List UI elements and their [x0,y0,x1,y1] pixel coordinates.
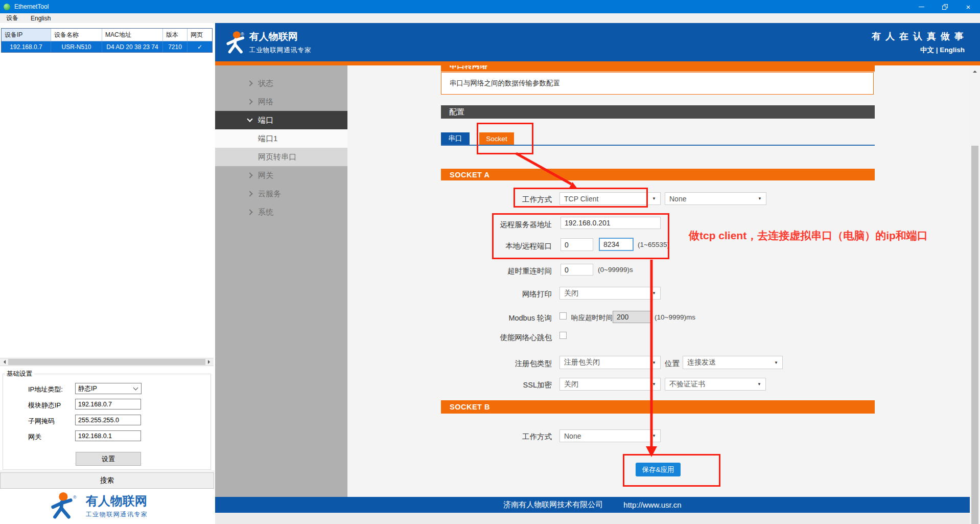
position-label: 位置 [665,359,680,369]
dropdown-arrow-icon: ▼ [757,382,761,386]
col-device-name[interactable]: 设备名称 [51,29,102,41]
heartbeat-label: 使能网络心跳包 [439,333,552,343]
menu-bar: 设备 English [0,13,980,23]
horizontal-scrollbar[interactable] [0,358,214,366]
scroll-left-icon [2,360,6,364]
subnet-mask-field[interactable] [75,415,141,425]
tab-socket[interactable]: Socket [479,132,514,145]
ssl-select[interactable]: 关闭 ▼ [559,378,661,391]
sidebar-item-network[interactable]: 网络 [215,93,347,111]
device-table-header: 设备IP 设备名称 MAC地址 版本 网页 [2,29,212,41]
tab-underline [441,145,875,146]
dropdown-arrow-icon: ▼ [652,360,656,365]
work-mode-b-select[interactable]: None ▼ [559,429,661,442]
sidebar-item-port1[interactable]: 端口1 [215,129,347,148]
chevron-right-icon [247,99,252,104]
language-switch[interactable]: 中文 | English [872,45,965,55]
annotation-text: 做tcp client，去连接虚拟串口（电脑）的ip和端口 [689,229,928,243]
remote-port-field[interactable] [599,238,634,251]
reconnect-label: 超时重连时间 [439,266,552,276]
restore-button[interactable] [933,0,956,13]
footer: 济南有人物联网技术有限公司 http://www.usr.cn [215,497,970,513]
scroll-right-icon [208,360,212,364]
scrollbar-thumb[interactable] [971,146,978,524]
sidebar-item-status[interactable]: 状态 [215,74,347,93]
brand-slogan: 工业物联网通讯专家 [86,510,148,519]
static-ip-field[interactable] [75,399,141,409]
sidebar-item-system[interactable]: 系统 [215,203,347,221]
window-title: EthernetTool [14,3,49,10]
chevron-right-icon [247,80,252,86]
ip-type-label: IP地址类型: [28,385,63,394]
menu-device[interactable]: 设备 [0,13,25,23]
vertical-scrollbar[interactable] [970,65,980,524]
dropdown-arrow-icon: ▼ [652,382,656,386]
col-web[interactable]: 网页 [188,29,212,41]
scroll-up-icon [973,69,977,73]
minimize-icon [919,7,924,7]
modbus-checkbox[interactable] [559,312,567,320]
scroll-right-button[interactable] [205,358,214,366]
ip-type-value: 静态IP [78,384,97,393]
minimize-button[interactable] [909,0,933,13]
orange-strip [215,61,980,65]
scroll-left-button[interactable] [0,358,8,366]
reconnect-hint: (0~99999)s [598,266,633,274]
sidebar-item-web-to-serial[interactable]: 网页转串口 [215,148,347,166]
port-label: 本地/远程端口 [439,241,552,251]
menu-english[interactable]: English [25,13,57,23]
chevron-down-icon [247,116,252,122]
web-link-icon[interactable]: ✓ [188,41,212,52]
ssl-label: SSL加密 [439,380,552,390]
subnet-mask-label: 子网掩码 [28,417,55,426]
tab-serial[interactable]: 串口 [441,132,470,145]
col-version[interactable]: 版本 [163,29,188,41]
ssl-cert-select[interactable]: 不验证证书 ▼ [665,378,766,391]
col-device-ip[interactable]: 设备IP [2,29,51,41]
heartbeat-checkbox[interactable] [559,332,567,339]
sidebar-item-gateway[interactable]: 网关 [215,166,347,185]
position-select[interactable]: 连接发送 ▼ [683,356,783,369]
modbus-timeout-label: 响应超时时间 [571,313,613,323]
section-title-bar: 串口转网络 [441,65,875,72]
chevron-right-icon [247,172,252,178]
registered-mark: ® [241,32,244,37]
web-header: ® 有人物联网 工业物联网通讯专家 有 人 在 认 真 做 事 中文 | Eng… [215,23,980,61]
brand-name: 有人物联网 [86,493,148,509]
scrollbar-thumb[interactable] [8,359,205,365]
modbus-hint: (10~9999)ms [655,313,695,321]
net-print-label: 网络打印 [439,289,552,299]
sidebar-item-cloud[interactable]: 云服务 [215,185,347,203]
dropdown-arrow-icon: ▼ [652,434,656,438]
modbus-label: Modbus 轮询 [439,313,552,323]
remote-server-field[interactable] [561,217,661,229]
ip-type-select[interactable]: 静态IP [75,383,142,394]
set-button[interactable]: 设置 [76,452,141,466]
section-title: 串口转网络 [441,65,875,71]
cell-mac: D4 AD 20 38 23 74 [102,41,163,52]
divider [0,471,215,471]
register-packet-select[interactable]: 注册包关闭 ▼ [559,356,661,369]
dropdown-arrow-icon: ▼ [652,291,656,295]
gateway-field[interactable] [75,430,141,441]
footer-url[interactable]: http://www.usr.cn [623,500,681,509]
work-mode-sub-select[interactable]: None ▼ [665,192,766,205]
save-apply-button[interactable]: 保存&应用 [636,463,681,476]
work-mode-select[interactable]: TCP Client ▼ [559,192,661,205]
section-description: 串口与网络之间的数据传输参数配置 [441,72,874,95]
footer-strip [215,513,970,524]
cell-device-name: USR-N510 [51,41,102,52]
table-row[interactable]: 192.168.0.7 USR-N510 D4 AD 20 38 23 74 7… [2,41,212,52]
net-print-select[interactable]: 关闭 ▼ [559,287,661,300]
brand-name: 有人物联网 [249,30,312,43]
remote-server-label: 远程服务器地址 [439,220,552,230]
close-button[interactable]: × [956,0,980,13]
sidebar-item-port[interactable]: 端口 [215,111,347,129]
local-port-field[interactable] [561,238,593,251]
basic-settings-title: 基础设置 [5,370,34,378]
col-mac[interactable]: MAC地址 [102,29,163,41]
chevron-right-icon [247,209,252,215]
config-bar: 配置 [441,105,875,119]
reconnect-field[interactable] [561,264,593,276]
search-button[interactable]: 搜索 [0,472,214,489]
